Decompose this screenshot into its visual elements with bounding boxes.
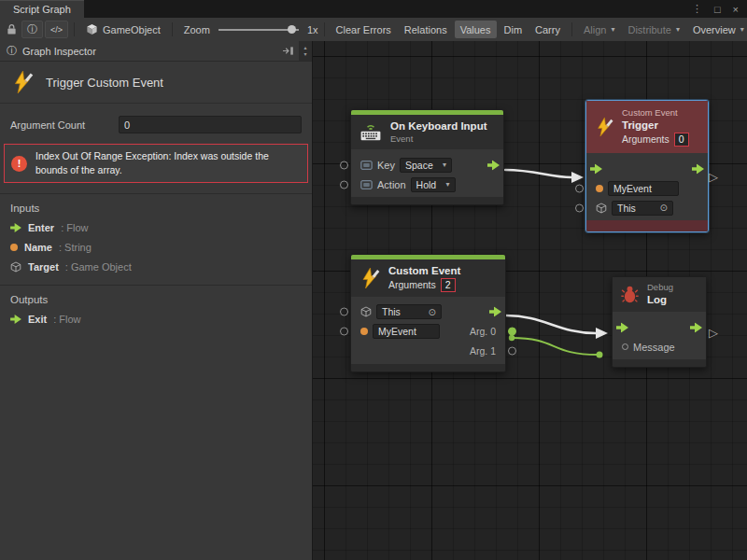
flow-output-port[interactable] xyxy=(489,307,501,317)
align-dropdown[interactable]: Align▾ xyxy=(578,21,620,38)
target-dropdown[interactable]: This ⊙ xyxy=(612,201,673,216)
port-type: : Game Object xyxy=(65,261,132,273)
relations-button[interactable]: Relations xyxy=(399,21,453,38)
outputs-header: Outputs xyxy=(10,294,302,305)
port-type: : String xyxy=(59,242,92,253)
event-name-field[interactable]: MyEvent xyxy=(608,181,679,196)
key-type-icon xyxy=(360,161,373,170)
action-dropdown[interactable]: Hold ▾ xyxy=(411,177,456,192)
selected-unit-title: Trigger Custom Event xyxy=(0,62,312,104)
node-title: Trigger xyxy=(622,119,689,133)
dim-button[interactable]: Dim xyxy=(499,21,529,38)
scroll-up-icon[interactable]: ▴ xyxy=(303,45,306,51)
maximize-icon[interactable]: □ xyxy=(714,4,721,15)
arguments-count-badge[interactable]: 0 xyxy=(674,133,689,147)
node-category: Custom Event xyxy=(622,107,689,119)
name-input-port[interactable] xyxy=(575,184,584,192)
flow-output-port[interactable] xyxy=(692,163,704,174)
port-item-target: Target : Game Object xyxy=(10,261,302,273)
node-body: MyEvent This ⊙ xyxy=(586,153,708,220)
flow-output-port[interactable] xyxy=(690,322,702,332)
target-dropdown[interactable]: This ⊙ xyxy=(376,304,442,319)
flow-row xyxy=(613,317,706,337)
flow-arrow-icon xyxy=(10,315,21,324)
argument-count-label: Argument Count xyxy=(10,119,119,131)
gameobject-selector[interactable]: GameObject xyxy=(80,21,166,38)
object-picker-icon[interactable]: ⊙ xyxy=(660,203,668,213)
node-header: Debug Log xyxy=(613,277,706,312)
key-input-port[interactable] xyxy=(340,161,348,169)
node-body: Message xyxy=(613,312,706,359)
argument-count-input[interactable] xyxy=(119,116,302,133)
node-on-keyboard-input[interactable]: On Keyboard Input Event Key Space ▾ xyxy=(350,109,504,205)
clear-errors-button[interactable]: Clear Errors xyxy=(331,21,397,38)
port-item-name: Name : String xyxy=(10,242,302,253)
node-footer xyxy=(351,197,503,204)
port-name: Enter xyxy=(28,222,54,233)
key-dropdown[interactable]: Space ▾ xyxy=(400,158,452,173)
graph-continuation-caret: ▷ xyxy=(709,326,718,340)
carry-button[interactable]: Carry xyxy=(529,21,566,38)
lock-button[interactable] xyxy=(4,21,20,38)
node-custom-event[interactable]: Custom Event Arguments 2 This ⊙ xyxy=(350,254,506,372)
menu-icon[interactable]: ⋮ xyxy=(692,3,702,15)
string-port-icon xyxy=(596,185,603,192)
overview-dropdown[interactable]: Overview▾ xyxy=(687,21,747,38)
flow-input-port[interactable] xyxy=(616,322,628,332)
error-icon: ! xyxy=(11,156,27,172)
graph-inspector-header: ⓘ Graph Inspector ▴ ▾ xyxy=(0,41,312,62)
wire-arrowhead xyxy=(571,172,584,183)
node-title: On Keyboard Input xyxy=(390,119,487,133)
target-value: This xyxy=(382,306,401,317)
chevron-down-icon: ▾ xyxy=(740,25,744,34)
custom-event-bolt-icon xyxy=(359,267,381,289)
node-trigger-custom-event[interactable]: Custom Event Trigger Arguments 0 xyxy=(585,100,709,232)
node-subtitle: Event xyxy=(390,133,487,145)
event-name-row: MyEvent xyxy=(586,178,708,198)
distribute-dropdown[interactable]: Distribute▾ xyxy=(622,21,684,38)
tab-script-graph[interactable]: Script Graph xyxy=(0,0,84,18)
toolbar-separator xyxy=(172,22,173,36)
event-name-field[interactable]: MyEvent xyxy=(373,324,440,339)
unity-script-graph-window: Script Graph ⋮ □ × ⓘ </> GameObject Zoom… xyxy=(0,0,747,560)
node-debug-log[interactable]: Debug Log Message xyxy=(612,276,707,368)
inputs-header: Inputs xyxy=(10,203,302,214)
graph-canvas[interactable]: On Keyboard Input Event Key Space ▾ xyxy=(313,41,747,560)
arg1-row: Arg. 1 xyxy=(351,342,505,361)
gameobject-cube-icon xyxy=(360,306,372,317)
arg0-output-port[interactable] xyxy=(508,328,516,336)
target-input-port[interactable] xyxy=(575,203,584,212)
arguments-count-badge[interactable]: 2 xyxy=(441,278,456,292)
arguments-label: Arguments xyxy=(622,133,669,147)
flow-input-port[interactable] xyxy=(590,163,602,174)
event-name-row: MyEvent Arg. 0 xyxy=(351,322,505,342)
scroll-down-icon[interactable]: ▾ xyxy=(303,51,306,58)
name-input-port[interactable] xyxy=(340,328,348,336)
code-view-button[interactable]: </> xyxy=(45,21,68,38)
close-icon[interactable]: × xyxy=(733,4,739,15)
code-icon: </> xyxy=(50,25,63,35)
lock-icon xyxy=(7,23,17,35)
object-picker-icon[interactable]: ⊙ xyxy=(429,307,436,317)
string-port-icon xyxy=(10,244,18,251)
node-title: Log xyxy=(647,293,673,307)
chevron-down-icon: ▾ xyxy=(676,25,680,34)
chevron-down-icon: ▾ xyxy=(611,25,614,34)
action-label: Action xyxy=(377,179,406,190)
message-port-icon[interactable] xyxy=(622,343,628,350)
zoom-slider-knob[interactable] xyxy=(288,25,296,34)
values-button[interactable]: Values xyxy=(455,21,497,38)
zoom-slider[interactable] xyxy=(218,29,299,31)
arg1-output-port[interactable] xyxy=(508,347,516,356)
node-category: Debug xyxy=(647,282,673,293)
bug-icon xyxy=(620,285,640,304)
graph-inspector-title: Graph Inspector xyxy=(22,46,96,57)
action-input-port[interactable] xyxy=(340,180,348,189)
error-message-text: Index Out Of Range Exception: Index was … xyxy=(35,149,301,177)
dock-panel-icon[interactable] xyxy=(282,46,294,56)
panel-scroll-control[interactable]: ▴ ▾ xyxy=(299,41,312,61)
chevron-down-icon: ▾ xyxy=(446,180,450,189)
flow-output-port[interactable] xyxy=(487,160,500,170)
inspect-button[interactable]: ⓘ xyxy=(21,21,43,38)
target-input-port[interactable] xyxy=(340,308,348,316)
